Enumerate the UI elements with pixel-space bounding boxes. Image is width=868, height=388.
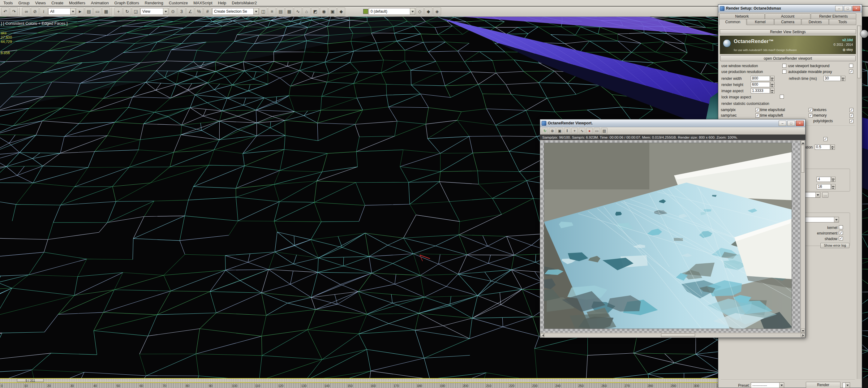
chevron-down-icon[interactable] bbox=[253, 8, 258, 14]
spinner-up[interactable] bbox=[831, 145, 835, 147]
close-button[interactable]: × bbox=[796, 121, 804, 126]
render-width-field[interactable]: 800 bbox=[751, 76, 770, 81]
rollout-render-view-settings[interactable]: Render View Settings bbox=[720, 29, 856, 34]
tab-kernel[interactable]: Kernel bbox=[747, 19, 774, 25]
render-button[interactable]: Render bbox=[806, 382, 840, 388]
preset-dropdown[interactable]: ------------- bbox=[751, 382, 784, 388]
spinner-down[interactable] bbox=[770, 79, 775, 81]
samples-field[interactable]: 4 bbox=[817, 177, 831, 182]
chevron-down-icon[interactable] bbox=[815, 192, 820, 198]
spinner-down[interactable] bbox=[770, 91, 775, 93]
rendered-frame-icon[interactable]: ▣ bbox=[329, 7, 337, 16]
selection-region-icon[interactable]: ▭ bbox=[93, 7, 101, 16]
transform-gizmo[interactable] bbox=[420, 255, 430, 261]
camera-export-icon[interactable]: ▣ bbox=[557, 128, 563, 134]
select-link-icon[interactable]: ∞ bbox=[22, 7, 30, 16]
spinner-up[interactable] bbox=[770, 76, 775, 78]
maximize-button[interactable]: □ bbox=[787, 121, 795, 126]
scroll-down-icon[interactable] bbox=[801, 329, 805, 333]
render-setup-icon[interactable]: ◉ bbox=[320, 7, 328, 16]
spinner-down[interactable] bbox=[831, 147, 835, 150]
close-button[interactable]: × bbox=[852, 6, 860, 11]
menu-item[interactable]: Tools bbox=[1, 1, 16, 5]
chevron-down-icon[interactable] bbox=[834, 217, 839, 222]
track-bar[interactable]: 9 / 311 bbox=[0, 378, 718, 383]
align-icon[interactable]: ≡ bbox=[268, 7, 276, 16]
pause-render-icon[interactable]: ‖ bbox=[564, 128, 570, 134]
chevron-down-icon[interactable] bbox=[410, 8, 415, 14]
focus-pick-icon[interactable]: ⊕ bbox=[549, 128, 556, 134]
view-options-icon[interactable]: ▤ bbox=[601, 128, 608, 134]
selection-filter-combo[interactable]: All bbox=[48, 8, 75, 15]
spinner-down[interactable] bbox=[841, 79, 845, 81]
menu-item[interactable]: Views bbox=[32, 1, 49, 5]
hidden-option-checkbox[interactable]: ✓ bbox=[824, 137, 828, 141]
viewport-nav-icon[interactable] bbox=[860, 30, 868, 38]
spinner-up[interactable] bbox=[841, 76, 845, 78]
layer-color-chip[interactable] bbox=[363, 9, 368, 14]
stat-checkbox[interactable]: ✓ bbox=[809, 114, 813, 118]
maximize-button[interactable]: □ bbox=[844, 6, 851, 11]
tab-network[interactable]: Network bbox=[719, 13, 765, 20]
add-region-icon[interactable]: + bbox=[571, 128, 578, 134]
spinner-down[interactable] bbox=[831, 187, 836, 189]
stat-checkbox[interactable]: ✓ bbox=[809, 108, 813, 112]
menu-item[interactable]: Help bbox=[215, 1, 229, 5]
select-by-name-icon[interactable]: ▤ bbox=[85, 7, 93, 16]
menu-item[interactable]: Customize bbox=[166, 1, 191, 5]
minimize-button[interactable]: – bbox=[835, 6, 843, 11]
tab-account[interactable]: Account bbox=[765, 13, 810, 20]
select-object-icon[interactable]: ► bbox=[76, 7, 84, 16]
spinner-down[interactable] bbox=[831, 179, 836, 182]
spinner-up[interactable] bbox=[770, 82, 775, 85]
spinner-up[interactable] bbox=[831, 184, 836, 186]
image-aspect-field[interactable]: 1.3333 bbox=[751, 88, 770, 93]
vertical-scrollbar[interactable] bbox=[801, 141, 805, 333]
graphite-ribbon-icon[interactable]: ▦ bbox=[285, 7, 293, 16]
unlink-selection-icon[interactable]: ⊘ bbox=[31, 7, 39, 16]
undo-icon[interactable]: ↶ bbox=[1, 7, 9, 16]
chevron-down-icon[interactable] bbox=[779, 383, 784, 388]
refresh-time-field[interactable]: 30 bbox=[824, 76, 841, 81]
imager-curve-icon[interactable]: ∿ bbox=[579, 128, 585, 134]
render-setup-titlebar[interactable]: Render Setup: Octane3dsmax – □ × bbox=[718, 5, 862, 12]
environment-override-checkbox[interactable]: ✓ bbox=[839, 231, 843, 235]
named-selection-combo[interactable]: Create Selection Se bbox=[212, 8, 258, 15]
option-checkbox[interactable] bbox=[782, 64, 786, 68]
stat-checkbox[interactable]: ✓ bbox=[755, 108, 760, 112]
option-checkbox[interactable] bbox=[782, 70, 786, 73]
menu-item[interactable]: Rendering bbox=[142, 1, 166, 5]
render-preview-icon[interactable]: ◆ bbox=[425, 7, 432, 16]
layer-manager-icon[interactable]: ▤ bbox=[277, 7, 285, 16]
depth-field[interactable]: 16 bbox=[817, 184, 831, 189]
scrollbar-thumb[interactable] bbox=[661, 333, 695, 337]
render-menu-button[interactable] bbox=[843, 382, 850, 388]
shadow-override-checkbox[interactable]: ✓ bbox=[839, 236, 843, 240]
select-rotate-icon[interactable]: ↻ bbox=[123, 7, 131, 16]
chevron-down-icon[interactable] bbox=[845, 383, 850, 388]
redo-icon[interactable]: ↷ bbox=[10, 7, 18, 16]
viewport-label[interactable]: [ Perspective ] [ Consistent Colors + Ed… bbox=[0, 21, 67, 26]
show-error-log-button[interactable]: Show error log bbox=[820, 243, 849, 248]
stat-checkbox[interactable]: ✓ bbox=[755, 114, 760, 118]
options-button[interactable]: … bbox=[822, 192, 828, 198]
stat-checkbox[interactable]: ✓ bbox=[849, 119, 854, 123]
mirror-icon[interactable]: ◫ bbox=[259, 7, 267, 16]
tab-tools[interactable]: Tools bbox=[829, 19, 856, 25]
time-slider[interactable]: 9 / 311 bbox=[17, 379, 43, 382]
tab-camera[interactable]: Camera bbox=[774, 19, 802, 25]
menu-item[interactable]: Create bbox=[49, 1, 66, 5]
window-crossing-icon[interactable]: ▦ bbox=[102, 7, 110, 16]
stop-render-icon[interactable]: ● bbox=[586, 128, 593, 134]
select-scale-icon[interactable]: ◲ bbox=[132, 7, 140, 16]
render-last-icon[interactable]: ◈ bbox=[433, 7, 441, 16]
material-editor-icon[interactable]: ◩ bbox=[311, 7, 319, 16]
scroll-left-icon[interactable] bbox=[540, 333, 545, 337]
angle-snap-icon[interactable]: ∠ bbox=[186, 7, 194, 16]
spinner-down[interactable] bbox=[770, 85, 775, 87]
octane-render-area[interactable] bbox=[540, 141, 805, 333]
render-height-field[interactable]: 600 bbox=[751, 82, 770, 87]
duration-field[interactable]: 0.5 bbox=[815, 145, 830, 150]
use-center-icon[interactable]: ⊙ bbox=[169, 7, 177, 16]
kernel-override-checkbox[interactable] bbox=[839, 225, 843, 229]
